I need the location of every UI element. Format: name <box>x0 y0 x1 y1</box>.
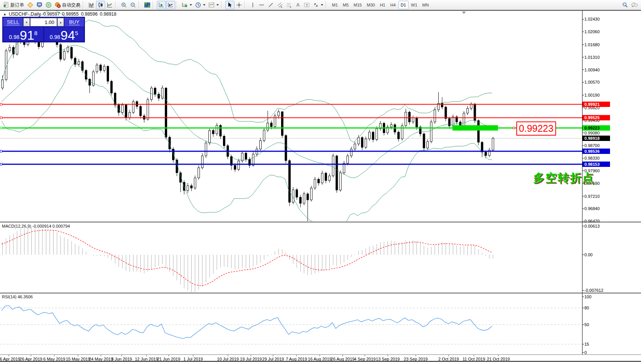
rsi-label: RSI(14) 46.3506 <box>2 294 33 299</box>
candle-body <box>165 88 167 137</box>
bar-chart-button[interactable] <box>87 1 96 9</box>
collapse-panel-icon[interactable]: ▲ <box>3 12 7 16</box>
sell-button-label: SELL <box>7 19 20 25</box>
chevron-down-icon <box>203 4 205 6</box>
rsi-axis-label: 0 <box>584 350 587 355</box>
sell-price[interactable]: 0.98 91 8 <box>3 27 43 41</box>
candle-body <box>278 112 280 116</box>
candlestick-chart-button[interactable] <box>96 1 105 9</box>
buy-price-big: 94 <box>60 29 75 41</box>
sell-price-pip: 8 <box>34 27 37 39</box>
candle-body <box>60 45 62 59</box>
trendline-icon <box>268 2 274 8</box>
axis-tick-label: 1.02430 <box>584 17 600 21</box>
candle-body <box>299 197 301 203</box>
timeframe-button-H1[interactable]: H1 <box>377 1 387 9</box>
timeframe-button-M5[interactable]: M5 <box>340 1 351 9</box>
candle-body <box>365 139 367 147</box>
buy-button[interactable]: BUY <box>65 18 84 26</box>
candle-body <box>372 132 374 140</box>
price-tag-label: 0.98153 <box>584 162 600 167</box>
candle-body <box>194 178 196 188</box>
candle-body <box>9 47 11 51</box>
arrows-button[interactable] <box>311 1 325 9</box>
horizontal-line-button[interactable] <box>257 1 266 9</box>
chart-shift-button[interactable] <box>166 1 175 9</box>
rsi-axis-label: 80 <box>584 306 589 310</box>
sell-button[interactable]: SELL <box>3 18 23 26</box>
text-button[interactable]: A <box>294 1 302 9</box>
timeframe-button-W1[interactable]: W1 <box>409 1 420 9</box>
timeframe-button-M30[interactable]: M30 <box>364 1 377 9</box>
volume-up-button[interactable]: ▲ <box>57 18 64 26</box>
channel-button[interactable]: E <box>275 1 285 9</box>
volume-field[interactable]: 1.00 <box>30 18 57 26</box>
tile-windows-button[interactable] <box>143 1 152 9</box>
macd-label: MACD(12,26,9) -0.000914 0.000794 <box>2 224 70 228</box>
fibonacci-button[interactable]: F <box>285 1 294 9</box>
periods-button[interactable] <box>194 1 207 9</box>
candle-body <box>241 153 243 161</box>
candle-body <box>376 129 378 139</box>
axis-tick-label: 1.00940 <box>584 68 600 72</box>
zoom-out-button[interactable] <box>129 1 138 9</box>
volume-down-icon: ▼ <box>25 21 28 24</box>
vertical-line-icon <box>250 2 255 8</box>
autotrading-button[interactable]: 自动交易 <box>53 1 82 9</box>
cursor-button[interactable] <box>225 1 234 9</box>
main-price-panel <box>0 10 582 229</box>
timeframe-button-D1[interactable]: D1 <box>399 1 408 9</box>
date-label: 21 Jun 2019 <box>157 357 181 361</box>
search-button[interactable] <box>620 1 630 9</box>
sell-price-big: 91 <box>20 29 34 41</box>
annotation-text[interactable]: 多空转折点 <box>533 170 594 186</box>
metaeditor-button[interactable] <box>26 1 35 9</box>
candle-body <box>318 179 320 183</box>
volume-down-button[interactable]: ▼ <box>23 18 30 26</box>
candle-body <box>307 194 309 200</box>
timeframe-button-MN[interactable]: MN <box>420 1 431 9</box>
candle-body <box>303 194 305 203</box>
toolbar-separator <box>221 2 224 8</box>
candle-body <box>416 118 418 127</box>
macd-values: -0.000914 0.000794 <box>32 224 70 228</box>
crosshair-button[interactable] <box>234 1 244 9</box>
ohlc-open: 0.98597 <box>43 11 60 17</box>
templates-button[interactable] <box>207 1 220 9</box>
chart-canvas[interactable]: 1.024301.020601.016801.013101.009401.005… <box>0 10 641 364</box>
candle-body <box>96 65 98 72</box>
text-label-icon: T <box>304 2 310 8</box>
vertical-line-button[interactable] <box>249 1 257 9</box>
new-order-button[interactable]: 新订单 <box>2 1 26 9</box>
timeframe-button-M15[interactable]: M15 <box>351 1 364 9</box>
volume-up-icon: ▲ <box>59 21 62 24</box>
candle-body <box>478 121 480 142</box>
zoom-in-button[interactable] <box>119 1 129 9</box>
text-label-button[interactable]: T <box>302 1 311 9</box>
date-label: 13 Sep 2019 <box>376 357 400 361</box>
candle-body <box>212 130 214 134</box>
signals-button[interactable] <box>44 1 53 9</box>
candle-body <box>321 173 323 183</box>
rsi-axis-label: 50 <box>584 322 589 327</box>
candle-body <box>325 173 327 181</box>
terminal-button[interactable] <box>35 1 44 9</box>
buy-price[interactable]: 0.98 94 5 <box>44 27 84 41</box>
indicators-icon <box>182 2 188 8</box>
axis-tick-label: 0.98700 <box>584 143 600 148</box>
candle-body <box>216 125 218 134</box>
candle-body <box>427 142 429 148</box>
price-callout-label[interactable]: 0.99223 <box>516 121 556 136</box>
timeframe-button-H4[interactable]: H4 <box>388 1 398 9</box>
macd-axis-label: 0.00613 <box>584 224 600 228</box>
autoscroll-button[interactable] <box>157 1 166 9</box>
timeframe-button-M1[interactable]: M1 <box>330 1 340 9</box>
line-chart-icon <box>107 2 113 8</box>
chat-button[interactable] <box>630 1 639 9</box>
hline-handle <box>0 117 2 119</box>
trendline-button[interactable] <box>266 1 275 9</box>
line-chart-button[interactable] <box>105 1 114 9</box>
indicators-button[interactable] <box>180 1 194 9</box>
candle-body <box>340 173 342 190</box>
toolbar-separator <box>325 2 328 8</box>
